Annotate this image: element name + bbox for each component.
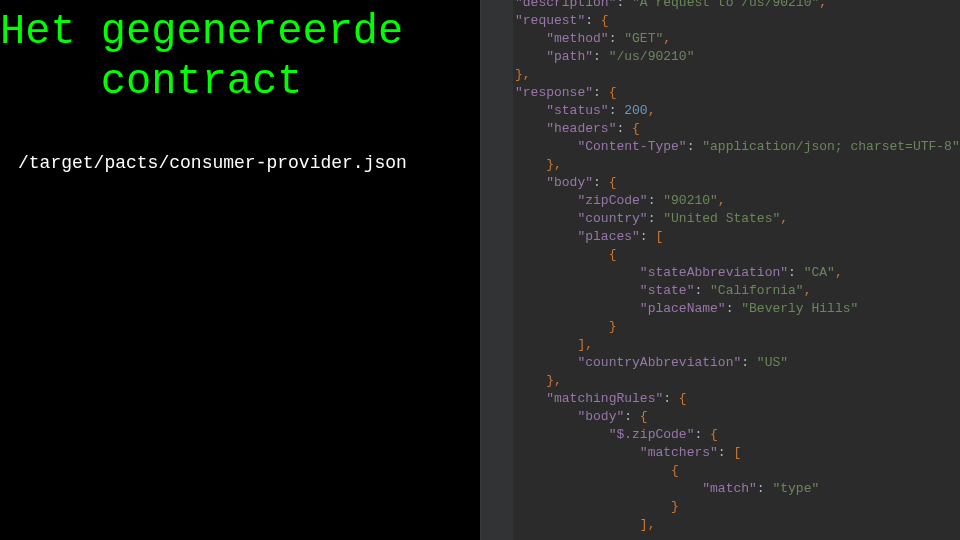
code-line: "headers": { [515,120,960,138]
code-line: } [515,498,960,516]
code-line: "matchers": [ [515,444,960,462]
code-line: { [515,246,960,264]
slide: Het gegenereerde contract /target/pacts/… [0,0,960,540]
code-line: "stateAbbreviation": "CA", [515,264,960,282]
code-line: "method": "GET", [515,30,960,48]
code-panel: "description": "A request to /us/90210",… [480,0,960,540]
code-line: "body": { [515,408,960,426]
file-path: /target/pacts/consumer-provider.json [0,107,480,173]
code-line: "countryAbbreviation": "US" [515,354,960,372]
code-line: "zipCode": "90210", [515,192,960,210]
code-line: "description": "A request to /us/90210", [515,0,960,12]
json-code: "description": "A request to /us/90210",… [515,0,960,534]
code-line: ], [515,516,960,534]
code-line: "match": "type" [515,480,960,498]
editor-gutter [481,0,513,540]
code-line: "matchingRules": { [515,390,960,408]
code-line: "$.zipCode": { [515,426,960,444]
code-line: "request": { [515,12,960,30]
code-line: "places": [ [515,228,960,246]
code-line: } [515,318,960,336]
code-line: }, [515,372,960,390]
code-line: "state": "California", [515,282,960,300]
text-panel: Het gegenereerde contract /target/pacts/… [0,0,480,540]
code-line: "Content-Type": "application/json; chars… [515,138,960,156]
code-line: { [515,462,960,480]
code-line: "placeName": "Beverly Hills" [515,300,960,318]
code-line: "status": 200, [515,102,960,120]
code-line: "response": { [515,84,960,102]
code-line: "country": "United States", [515,210,960,228]
code-line: }, [515,66,960,84]
code-line: }, [515,156,960,174]
code-line: "body": { [515,174,960,192]
code-line: "path": "/us/90210" [515,48,960,66]
code-line: ], [515,336,960,354]
slide-title: Het gegenereerde contract [0,0,480,107]
